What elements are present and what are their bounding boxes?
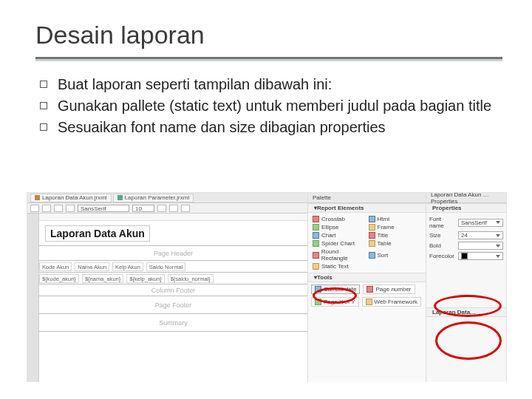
prop-label: Forecolor bbox=[429, 253, 456, 259]
report-title-static-text[interactable]: Laporan Data Akun bbox=[45, 225, 150, 242]
prop-size: Size 24 bbox=[429, 231, 503, 239]
palette-label: Static Text bbox=[321, 263, 349, 270]
bullet-list: Buat laporan seperti tampilan dibawah in… bbox=[35, 75, 502, 137]
chevron-down-icon bbox=[496, 245, 500, 248]
chevron-down-icon bbox=[496, 255, 500, 258]
palette-label: Crosstab bbox=[321, 216, 345, 222]
band-title[interactable]: Laporan Data Akun bbox=[39, 221, 307, 246]
palette-label: Spider Chart bbox=[321, 240, 355, 247]
detail-cell[interactable]: ${kelp_akun} bbox=[126, 274, 164, 283]
forecolor-picker[interactable] bbox=[458, 252, 503, 260]
section-label: Tools bbox=[317, 274, 332, 281]
palette-item-ellipse[interactable]: Ellipse bbox=[311, 223, 367, 231]
color-swatch bbox=[461, 253, 468, 259]
bullet-icon bbox=[40, 102, 47, 109]
editor-tabs: Laporan Data Akun.jrxml Laporan Paramete… bbox=[27, 193, 307, 203]
bold-button[interactable] bbox=[157, 205, 166, 212]
band-page-footer[interactable]: Page Footer bbox=[39, 296, 307, 314]
static-text-icon bbox=[313, 263, 319, 270]
band-detail[interactable]: ${kode_akun} ${nama_akun} ${kelp_akun} $… bbox=[39, 273, 307, 284]
chart-icon bbox=[313, 232, 319, 239]
italic-button[interactable] bbox=[169, 205, 178, 212]
band-column-footer[interactable]: Column Footer bbox=[39, 284, 307, 296]
tab-label: Laporan Parameter.jrxml bbox=[125, 194, 190, 201]
prop-bold: Bold bbox=[429, 242, 503, 250]
palette-label: Round Rectangle bbox=[321, 248, 366, 262]
font-size-combo[interactable]: 10 bbox=[132, 205, 154, 212]
prop-forecolor: Forecolor bbox=[429, 252, 503, 260]
palette-item-html[interactable]: Html bbox=[367, 215, 423, 223]
rectangle-icon bbox=[313, 252, 319, 259]
spider-chart-icon bbox=[313, 240, 319, 247]
palette-label: Frame bbox=[378, 224, 395, 231]
combo-value: 10 bbox=[135, 205, 142, 212]
combo-value: SansSerif bbox=[81, 205, 106, 212]
tool-page-number[interactable]: Page number bbox=[363, 284, 415, 294]
zoom-in-icon[interactable] bbox=[54, 205, 63, 212]
palette-item-title[interactable]: Title bbox=[367, 231, 423, 239]
palette-label: Chart bbox=[321, 232, 336, 239]
tab-file-2[interactable]: Laporan Parameter.jrxml bbox=[113, 194, 194, 202]
underline-button[interactable] bbox=[181, 205, 190, 212]
prop-label: Font name bbox=[429, 216, 456, 229]
properties-tab[interactable]: Laporan Data Akun … Properties bbox=[426, 193, 506, 203]
band-gutter bbox=[27, 214, 39, 382]
prop-font-name: Font name SansSerif bbox=[429, 216, 503, 229]
chevron-down-icon bbox=[496, 234, 500, 237]
tab-label: Laporan Data Akun.jrxml bbox=[42, 194, 107, 201]
combo-value: 24 bbox=[461, 232, 468, 239]
header-cell[interactable]: Saldo Normal bbox=[146, 262, 185, 271]
ellipse-icon bbox=[313, 224, 319, 231]
font-size-combo[interactable]: 24 bbox=[458, 231, 503, 239]
annotation-circle bbox=[435, 321, 502, 360]
tool-button[interactable] bbox=[42, 205, 51, 212]
detail-cell[interactable]: ${kode_akun} bbox=[39, 274, 79, 283]
chevron-down-icon bbox=[496, 221, 500, 224]
palette-item-sort[interactable]: Sort bbox=[367, 248, 423, 262]
ruler bbox=[39, 214, 307, 221]
tool-button[interactable] bbox=[30, 205, 39, 212]
palette-item-chart[interactable]: Chart bbox=[311, 231, 367, 239]
palette-item-frame[interactable]: Frame bbox=[367, 223, 423, 231]
band-summary[interactable]: Summary bbox=[39, 314, 307, 332]
palette-grid: Crosstab Html Ellipse Frame Chart Title … bbox=[308, 213, 426, 273]
header-cell[interactable]: Kelp Akun bbox=[112, 262, 143, 271]
bullet-text: Buat laporan seperti tampilan dibawah in… bbox=[58, 75, 332, 95]
palette-section[interactable]: ▾ Report Elements bbox=[308, 203, 426, 213]
tools-section[interactable]: ▾ Tools bbox=[308, 273, 426, 282]
palette-item-spider[interactable]: Spider Chart bbox=[311, 239, 367, 248]
zoom-out-icon[interactable] bbox=[66, 205, 75, 212]
bullet-icon bbox=[40, 81, 47, 88]
font-combo[interactable]: SansSerif bbox=[78, 205, 129, 212]
prop-label: Size bbox=[429, 232, 456, 239]
report-designer: Laporan Data Akun.jrxml Laporan Paramete… bbox=[27, 193, 308, 382]
detail-cell[interactable]: ${nama_akun} bbox=[82, 274, 123, 283]
palette-header: Palette bbox=[308, 193, 426, 203]
properties-group[interactable]: Properties bbox=[426, 203, 506, 213]
header-cell[interactable]: Nama Akun bbox=[75, 262, 109, 271]
title-divider bbox=[35, 57, 502, 61]
title-icon bbox=[369, 232, 375, 239]
tab-file-1[interactable]: Laporan Data Akun.jrxml bbox=[30, 194, 112, 202]
sort-icon bbox=[369, 252, 375, 259]
palette-item-table[interactable]: Table bbox=[367, 239, 423, 248]
band-column-header[interactable]: Column Header Kode Akun Nama Akun Kelp A… bbox=[39, 261, 307, 273]
palette-item-crosstab[interactable]: Crosstab bbox=[311, 215, 367, 223]
screenshot-figure: Laporan Data Akun.jrxml Laporan Paramete… bbox=[27, 192, 507, 381]
bold-combo[interactable] bbox=[458, 242, 503, 250]
web-icon bbox=[366, 299, 372, 305]
crosstab-icon bbox=[313, 216, 319, 222]
palette-label: Title bbox=[378, 232, 389, 239]
detail-cell[interactable]: ${saldo_normal} bbox=[168, 274, 214, 283]
design-canvas[interactable]: Laporan Data Akun Page Header Column Hea… bbox=[39, 214, 307, 382]
section-label: Report Elements bbox=[317, 205, 364, 211]
palette-item-roundrect[interactable]: Round Rectangle bbox=[311, 248, 367, 262]
palette-item-statictext[interactable]: Static Text bbox=[311, 262, 367, 270]
font-name-combo[interactable]: SansSerif bbox=[458, 219, 503, 227]
header-cell[interactable]: Kode Akun bbox=[39, 262, 72, 271]
bullet-icon bbox=[40, 123, 47, 131]
bullet-text: Sesuaikan font name dan size dibagian pr… bbox=[58, 117, 386, 137]
annotation-circle bbox=[434, 295, 502, 317]
palette-label: Ellipse bbox=[321, 224, 339, 231]
tool-web-framework[interactable]: Web Framework bbox=[362, 297, 422, 307]
